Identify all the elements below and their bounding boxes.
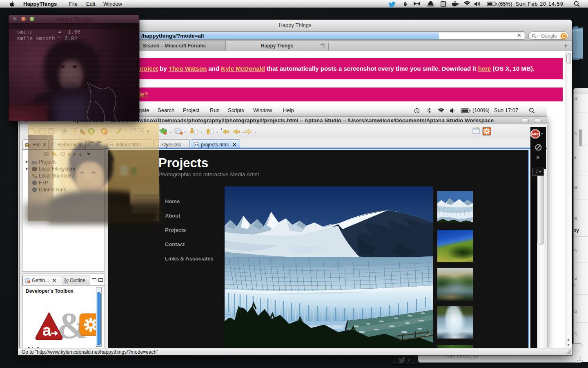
svg-text:<>: <> <box>195 143 199 147</box>
svg-text:ABP: ABP <box>532 132 539 136</box>
svg-text:a: a <box>42 322 51 339</box>
